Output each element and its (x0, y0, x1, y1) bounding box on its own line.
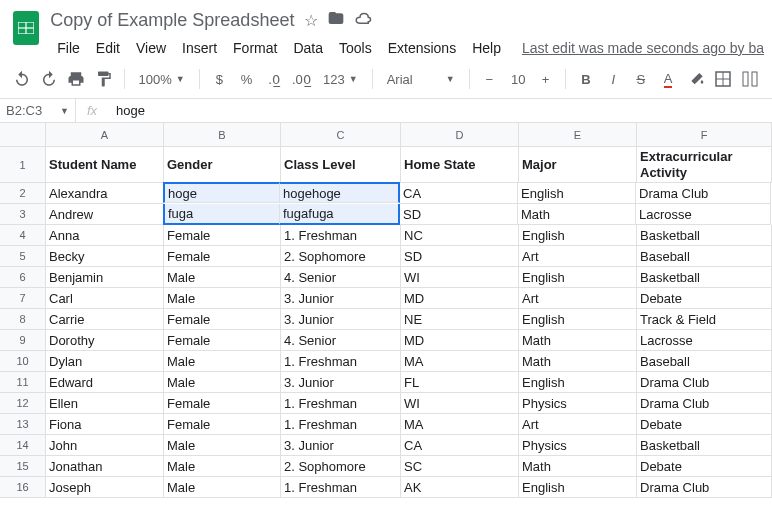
undo-button[interactable] (10, 66, 33, 92)
cell[interactable]: NC (401, 225, 519, 246)
cell[interactable]: 1. Freshman (281, 393, 401, 414)
menu-help[interactable]: Help (465, 36, 508, 60)
cell[interactable]: Physics (519, 435, 637, 456)
cell[interactable]: Basketball (637, 435, 772, 456)
row-header[interactable]: 7 (0, 288, 46, 309)
sheets-logo[interactable] (8, 8, 44, 48)
font-dropdown[interactable]: Arial▼ (381, 66, 461, 92)
cell[interactable]: Fiona (46, 414, 164, 435)
cell[interactable]: Male (164, 288, 281, 309)
cell[interactable]: 2. Sophomore (281, 246, 401, 267)
cell[interactable]: Female (164, 414, 281, 435)
col-header[interactable]: C (281, 123, 401, 147)
cell[interactable]: Joseph (46, 477, 164, 498)
menu-file[interactable]: File (50, 36, 87, 60)
redo-button[interactable] (37, 66, 60, 92)
cell[interactable]: 4. Senior (281, 267, 401, 288)
cell[interactable]: AK (401, 477, 519, 498)
col-header[interactable]: D (401, 123, 519, 147)
cell[interactable]: Physics (519, 393, 637, 414)
header-cell[interactable]: Extracurricular Activity (637, 147, 772, 183)
cell[interactable]: CA (401, 435, 519, 456)
move-icon[interactable] (328, 10, 344, 30)
cell[interactable]: Basketball (637, 225, 772, 246)
doc-title[interactable]: Copy of Example Spreadsheet (50, 10, 294, 31)
row-header[interactable]: 11 (0, 372, 46, 393)
borders-button[interactable] (711, 66, 734, 92)
cell[interactable]: John (46, 435, 164, 456)
cell[interactable]: hogehoge (280, 182, 400, 203)
cell[interactable]: Debate (637, 414, 772, 435)
col-header[interactable]: B (164, 123, 281, 147)
text-color-button[interactable]: A (656, 66, 679, 92)
percent-button[interactable]: % (235, 66, 258, 92)
row-header[interactable]: 5 (0, 246, 46, 267)
cell[interactable]: Female (164, 330, 281, 351)
decrease-decimal-button[interactable]: .0̲ (262, 66, 285, 92)
cell[interactable]: Baseball (637, 246, 772, 267)
cell[interactable]: Carl (46, 288, 164, 309)
cell[interactable]: 3. Junior (281, 309, 401, 330)
col-header[interactable]: F (637, 123, 772, 147)
cell[interactable]: FL (401, 372, 519, 393)
name-box[interactable]: B2:C3▼ (0, 99, 76, 122)
cell[interactable]: 1. Freshman (281, 477, 401, 498)
italic-button[interactable]: I (602, 66, 625, 92)
col-header[interactable]: A (46, 123, 164, 147)
cell[interactable]: English (519, 309, 637, 330)
cell[interactable]: Drama Club (637, 372, 772, 393)
cell[interactable]: Andrew (46, 204, 164, 225)
cell[interactable]: Baseball (637, 351, 772, 372)
cell[interactable]: Lacrosse (636, 204, 771, 225)
cell[interactable]: Edward (46, 372, 164, 393)
bold-button[interactable]: B (574, 66, 597, 92)
print-button[interactable] (65, 66, 88, 92)
cell[interactable]: WI (401, 393, 519, 414)
fill-color-button[interactable] (684, 66, 707, 92)
select-all-corner[interactable] (0, 123, 46, 147)
cell[interactable]: hoge (163, 182, 280, 203)
cell[interactable]: Male (164, 456, 281, 477)
cell[interactable]: SC (401, 456, 519, 477)
cell[interactable]: Male (164, 435, 281, 456)
increase-decimal-button[interactable]: .00̲ (290, 66, 313, 92)
header-cell[interactable]: Student Name (46, 147, 164, 183)
cell[interactable]: 3. Junior (281, 435, 401, 456)
cell[interactable]: Math (518, 204, 636, 225)
row-header[interactable]: 13 (0, 414, 46, 435)
cell[interactable]: Art (519, 246, 637, 267)
cell[interactable]: Female (164, 393, 281, 414)
cell[interactable]: fugafuga (280, 204, 400, 225)
cell[interactable]: Math (519, 456, 637, 477)
merge-button[interactable] (739, 66, 762, 92)
menu-tools[interactable]: Tools (332, 36, 379, 60)
menu-format[interactable]: Format (226, 36, 284, 60)
cell[interactable]: CA (400, 183, 518, 204)
font-size-input[interactable]: 10 (505, 66, 530, 92)
cell[interactable]: Becky (46, 246, 164, 267)
cell[interactable]: SD (401, 246, 519, 267)
cell[interactable]: Female (164, 309, 281, 330)
menu-insert[interactable]: Insert (175, 36, 224, 60)
cell[interactable]: 3. Junior (281, 288, 401, 309)
cell[interactable]: Carrie (46, 309, 164, 330)
cell[interactable]: Dorothy (46, 330, 164, 351)
row-header[interactable]: 8 (0, 309, 46, 330)
cell[interactable]: fuga (163, 204, 280, 225)
cell[interactable]: Alexandra (46, 183, 164, 204)
cell[interactable]: Dylan (46, 351, 164, 372)
cell[interactable]: 1. Freshman (281, 225, 401, 246)
last-edit-link[interactable]: Last edit was made seconds ago by ba (522, 40, 764, 56)
row-header[interactable]: 12 (0, 393, 46, 414)
cell[interactable]: MD (401, 288, 519, 309)
cell[interactable]: English (519, 225, 637, 246)
cell[interactable]: English (519, 372, 637, 393)
cell[interactable]: Drama Club (637, 393, 772, 414)
cell[interactable]: Male (164, 477, 281, 498)
cell[interactable]: Benjamin (46, 267, 164, 288)
cell[interactable]: Drama Club (636, 183, 771, 204)
row-header[interactable]: 6 (0, 267, 46, 288)
cell[interactable]: Drama Club (637, 477, 772, 498)
cell[interactable]: Male (164, 267, 281, 288)
currency-button[interactable]: $ (208, 66, 231, 92)
